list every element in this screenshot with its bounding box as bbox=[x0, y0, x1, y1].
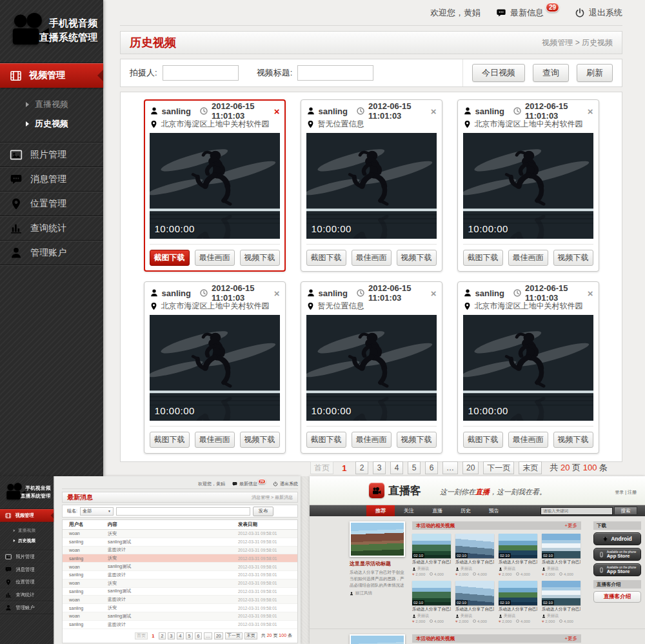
best-frame-button[interactable]: 最佳画面 bbox=[508, 250, 548, 266]
close-icon[interactable]: × bbox=[274, 106, 280, 116]
video-download-button[interactable]: 视频下载 bbox=[240, 432, 280, 448]
table-row[interactable]: woan sanling测试 2012-03-31 09:58:01 bbox=[63, 612, 297, 621]
login-link[interactable]: 登录 bbox=[615, 490, 624, 494]
page-number-button[interactable]: 2 bbox=[355, 461, 368, 474]
page-number-button[interactable]: 6 bbox=[425, 461, 438, 474]
logout-link[interactable]: 退出系统 bbox=[273, 481, 298, 487]
video-title[interactable]: 乐动达人分享了自己对产品 bbox=[542, 607, 580, 612]
refresh-button[interactable]: 刷新 bbox=[577, 64, 613, 82]
appstore-download-button[interactable]: Available on the phone App Store bbox=[593, 563, 641, 576]
page-number-button[interactable]: 2 bbox=[159, 632, 166, 639]
last-page-button[interactable]: 末页 bbox=[519, 461, 542, 474]
screenshot-download-button[interactable]: 截图下载 bbox=[463, 432, 503, 448]
video-thumbnail[interactable]: 10:00:00 bbox=[306, 133, 437, 239]
screenshot-download-button[interactable]: 截图下载 bbox=[150, 250, 190, 266]
first-page-button[interactable]: 首页 bbox=[310, 461, 333, 474]
search-input[interactable] bbox=[541, 507, 613, 515]
sidebar-item-photo-management[interactable]: 照片管理 bbox=[0, 142, 103, 166]
video-download-button[interactable]: 视频下载 bbox=[553, 250, 593, 266]
sidebar-item-account-management[interactable]: 管理账户 bbox=[0, 601, 54, 614]
video-thumbnail[interactable]: 10:00:00 bbox=[306, 315, 437, 421]
appstore-download-button[interactable]: Available on the phone App Store bbox=[593, 548, 641, 561]
sidebar-subitem[interactable]: 直播视频 bbox=[0, 525, 54, 536]
page-number-button[interactable]: 6 bbox=[195, 632, 202, 639]
nav-item[interactable]: 关注 bbox=[395, 505, 423, 516]
android-download-button[interactable]: Android bbox=[593, 532, 641, 545]
video-thumbnail[interactable]: 10:00:00 bbox=[150, 315, 280, 421]
query-button[interactable]: 查询 bbox=[533, 64, 569, 82]
activity-photo[interactable] bbox=[350, 634, 405, 644]
video-card[interactable]: sanling 2012-06-15 11:01:03 × 北京市海淀区上地中关… bbox=[457, 281, 599, 454]
video-thumb[interactable]: 02:10 bbox=[499, 581, 537, 605]
shooter-input[interactable] bbox=[163, 65, 239, 81]
sidebar-item-query-statistics[interactable]: 查询统计 bbox=[0, 216, 103, 240]
screenshot-download-button[interactable]: 截图下载 bbox=[306, 432, 346, 448]
screenshot-download-button[interactable]: 截图下载 bbox=[150, 432, 190, 448]
today-videos-button[interactable]: 今日视频 bbox=[472, 64, 525, 82]
close-icon[interactable]: × bbox=[588, 106, 593, 116]
close-icon[interactable]: × bbox=[274, 288, 280, 298]
video-thumb[interactable]: 02:10 bbox=[412, 581, 451, 605]
sidebar-item-video-management[interactable]: 视频管理 bbox=[0, 509, 54, 522]
video-download-button[interactable]: 视频下载 bbox=[397, 432, 437, 448]
nav-item[interactable]: 历史 bbox=[452, 505, 480, 516]
table-row[interactable]: sanling 蓝图设计 2012-03-31 09:58:01 bbox=[63, 571, 297, 579]
table-row[interactable]: sanling 沃安 2012-03-31 09:58:01 bbox=[63, 554, 297, 563]
table-row[interactable]: sanling sanling测试 2012-03-31 09:58:01 bbox=[63, 588, 297, 596]
page-number-button[interactable]: 20 bbox=[214, 632, 223, 639]
video-title[interactable]: 乐动达人分享了自己对产品 bbox=[455, 607, 494, 612]
next-page-button[interactable]: 下一页 bbox=[225, 632, 243, 639]
close-icon[interactable]: × bbox=[431, 106, 437, 116]
activity-title[interactable]: 这里显示活动标题 bbox=[350, 560, 406, 567]
sidebar-item-location-management[interactable]: 位置管理 bbox=[0, 191, 103, 216]
video-title[interactable]: 乐动达人分享了自己对产品 bbox=[499, 607, 537, 612]
table-row[interactable]: sanling 沃安 2012-03-31 09:58:01 bbox=[63, 604, 297, 612]
table-row[interactable]: woan 沃安 2012-03-31 09:58:01 bbox=[63, 530, 297, 538]
page-number-button[interactable]: 5 bbox=[408, 461, 421, 474]
video-thumb[interactable]: 02:10 bbox=[542, 534, 580, 558]
video-thumb[interactable]: 02:10 bbox=[455, 581, 494, 605]
best-frame-button[interactable]: 最佳画面 bbox=[195, 432, 235, 448]
video-download-button[interactable]: 视频下载 bbox=[553, 432, 593, 448]
portal-logo[interactable]: 直播客 bbox=[369, 483, 421, 498]
page-number-button[interactable]: 20 bbox=[462, 461, 479, 474]
sidebar-item-video-management[interactable]: 视频管理 bbox=[0, 63, 103, 88]
page-number-button[interactable]: 1 bbox=[338, 461, 351, 474]
video-thumb[interactable]: 02:10 bbox=[542, 581, 580, 605]
table-row[interactable]: sanling sanling测试 2012-03-31 09:58:01 bbox=[63, 538, 297, 547]
sidebar-item-message-management[interactable]: 消息管理 bbox=[0, 563, 54, 576]
video-thumbnail[interactable]: 10:00:00 bbox=[463, 133, 593, 239]
latest-messages-link[interactable]: 最新信息 29 bbox=[496, 7, 559, 19]
intro-button[interactable]: 直播客介绍 bbox=[593, 591, 641, 603]
nav-item[interactable]: 直播 bbox=[423, 505, 452, 516]
publish-button[interactable]: 发布 bbox=[253, 507, 273, 516]
page-number-button[interactable]: 1 bbox=[150, 632, 157, 639]
video-download-button[interactable]: 视频下载 bbox=[240, 250, 280, 266]
table-row[interactable]: sanling 蓝图设计 2012-03-31 09:58:01 bbox=[63, 621, 297, 629]
next-page-button[interactable]: 下一页 bbox=[483, 461, 514, 474]
page-number-button[interactable]: 3 bbox=[168, 632, 175, 639]
video-thumb[interactable]: 02:10 bbox=[499, 534, 537, 558]
video-card[interactable]: sanling 2012-06-15 11:01:03 × 北京市海淀区上地中关… bbox=[144, 281, 286, 454]
video-card[interactable]: sanling 2012-06-15 11:01:03 × 北京市海淀区上地中关… bbox=[457, 99, 599, 272]
video-card[interactable]: sanling 2012-06-15 11:01:03 × 暂无位置信息 10:… bbox=[301, 99, 442, 272]
video-thumbnail[interactable]: 10:00:00 bbox=[463, 315, 593, 421]
video-title-input[interactable] bbox=[297, 65, 373, 81]
more-link[interactable]: +更多 bbox=[565, 636, 577, 642]
activity-photo[interactable] bbox=[350, 521, 405, 557]
best-frame-button[interactable]: 最佳画面 bbox=[352, 250, 392, 266]
video-card[interactable]: sanling 2012-06-15 11:01:03 × 暂无位置信息 10:… bbox=[301, 281, 442, 454]
video-title[interactable]: 乐动达人分享了自己对产品 bbox=[412, 559, 451, 565]
screenshot-download-button[interactable]: 截图下载 bbox=[306, 250, 346, 266]
sidebar-item-photo-management[interactable]: 照片管理 bbox=[0, 550, 54, 563]
more-link[interactable]: +更多 bbox=[565, 523, 577, 529]
search-button[interactable]: 搜索 bbox=[614, 507, 637, 515]
table-row[interactable]: woan 沃安 2012-03-31 09:58:01 bbox=[63, 579, 297, 588]
group-select[interactable]: 全部 ▼ bbox=[80, 507, 114, 516]
sidebar-item-account-management[interactable]: 管理账户 bbox=[0, 240, 103, 265]
page-number-button[interactable]: 4 bbox=[177, 632, 184, 639]
first-page-button[interactable]: 首页 bbox=[135, 632, 148, 639]
sidebar-item-query-statistics[interactable]: 查询统计 bbox=[0, 589, 54, 601]
best-frame-button[interactable]: 最佳画面 bbox=[195, 250, 235, 266]
sidebar-item-message-management[interactable]: 消息管理 bbox=[0, 166, 103, 191]
